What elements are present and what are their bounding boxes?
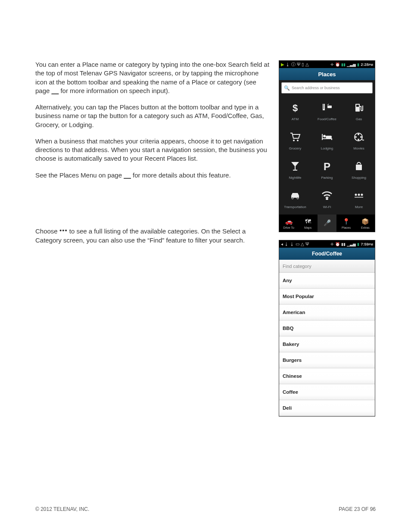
category-label: Food/Coffee [318, 117, 336, 121]
screen-title: Places [279, 68, 375, 80]
category-label: Wi-Fi [323, 205, 331, 209]
network-icon: ▮▮ [341, 62, 346, 67]
svg-point-23 [292, 197, 293, 199]
svg-rect-2 [324, 104, 325, 110]
search-input[interactable]: 🔍 Search address or business [281, 82, 373, 93]
svg-point-16 [358, 139, 359, 140]
svg-rect-1 [323, 104, 324, 110]
search-placeholder: Search address or business [292, 86, 340, 90]
nav-places[interactable]: 📍 Places [336, 215, 355, 232]
category-wifi[interactable]: Wi-Fi [311, 185, 343, 212]
status-icons-right: ✛ ⏰ ▮▮ ▁▃▅ ▮ 2:28PM [330, 62, 373, 67]
category-movies[interactable]: Movies [343, 127, 375, 153]
gas-icon [354, 101, 364, 115]
svg-point-26 [355, 193, 357, 196]
status-icons-left: ▶ ⭳ ⓘ Ψ ▯ △ [281, 62, 309, 67]
list-item[interactable]: Any [279, 273, 375, 289]
alarm-icon: ⏰ [335, 62, 340, 67]
category-lodging[interactable]: Lodging [311, 127, 343, 153]
category-gas[interactable]: Gas [343, 97, 375, 124]
paragraph-4: See the Places Menu on page __ for more … [35, 171, 271, 180]
svg-text:P: P [324, 161, 330, 172]
search-icon: 🔍 [284, 85, 290, 91]
category-more[interactable]: More [343, 185, 375, 212]
dollar-icon: $ [291, 101, 299, 115]
list-item[interactable]: Chinese [279, 368, 375, 384]
bottom-toolbar: 🚗 Drive To 🗺 Maps 🎤 📍 Places 📦 E [279, 215, 375, 232]
paragraph-choose: Choose ••• to see a full listing of the … [35, 227, 271, 245]
list-item[interactable]: Burgers [279, 352, 375, 368]
svg-point-7 [293, 140, 295, 141]
category-label: ATM [292, 117, 299, 121]
more-icon [354, 189, 364, 202]
parking-icon: P [323, 159, 331, 173]
signal-icon: ▁▃▅ [347, 62, 356, 67]
box-icon: 📦 [361, 218, 369, 225]
svg-text:$: $ [293, 103, 298, 113]
bag-icon [355, 159, 363, 173]
list-item[interactable]: Deli [279, 400, 375, 416]
bed-icon [321, 130, 333, 144]
svg-point-15 [358, 134, 359, 135]
category-transportation[interactable]: Transportation [279, 185, 311, 212]
car-icon [290, 189, 301, 202]
play-icon: ▶ [281, 62, 284, 67]
usb-icon: Ψ [297, 62, 300, 67]
footer-copyright: © 2012 TELENAV, INC. [35, 506, 89, 512]
category-food-coffee[interactable]: Food/Coffee [311, 97, 343, 124]
svg-rect-6 [356, 105, 359, 107]
svg-rect-20 [293, 170, 297, 171]
signal-icon: ▁▃▅ [347, 242, 356, 246]
find-input[interactable]: Find category [279, 260, 375, 273]
category-list: Any Most Popular American BBQ Bakery Bur… [279, 273, 375, 416]
nav-maps[interactable]: 🗺 Maps [298, 215, 317, 232]
download-icon: ⭳ [284, 242, 289, 246]
list-item[interactable]: Most Popular [279, 289, 375, 305]
nav-label: Drive To [283, 226, 294, 229]
category-atm[interactable]: $ ATM [279, 97, 311, 124]
category-shopping[interactable]: Shopping [343, 156, 375, 183]
list-item[interactable]: Bakery [279, 336, 375, 352]
gps-icon: ✛ [330, 62, 334, 67]
screenshot-places: ▶ ⭳ ⓘ Ψ ▯ △ ✛ ⏰ ▮▮ ▁▃▅ ▮ 2:28PM Places [279, 60, 375, 232]
map-icon: 🗺 [305, 218, 311, 225]
battery-icon: ▮ [357, 62, 359, 67]
category-grocery[interactable]: Grocery [279, 127, 311, 153]
svg-rect-4 [327, 106, 332, 108]
more-icon: ••• [59, 227, 68, 236]
svg-rect-3 [323, 109, 325, 110]
nav-drive-to[interactable]: 🚗 Drive To [279, 215, 298, 232]
category-nightlife[interactable]: Nightlife [279, 156, 311, 183]
svg-rect-22 [356, 165, 362, 170]
find-placeholder: Find category [283, 264, 311, 269]
wifi-icon [321, 189, 333, 202]
battery-icon: ▮ [357, 242, 359, 246]
nav-mic[interactable]: 🎤 [318, 215, 336, 232]
microphone-icon: 🎤 [324, 219, 331, 227]
list-item[interactable]: BBQ [279, 320, 375, 336]
paragraph-2: Alternatively, you can tap the Places bu… [35, 103, 271, 129]
nav-extras[interactable]: 📦 Extras [356, 215, 375, 232]
status-icons-right: ✛ ⏰ ▮▮ ▁▃▅ ▮ 7:59PM [330, 242, 373, 246]
download-icon: ⭳ [286, 62, 290, 67]
category-parking[interactable]: P Parking [311, 156, 343, 183]
page-blank: __ [52, 87, 59, 94]
list-item[interactable]: Coffee [279, 384, 375, 400]
status-time: 7:59PM [361, 242, 373, 246]
network-icon: ▮▮ [341, 242, 346, 246]
cocktail-icon [290, 159, 300, 173]
warning-icon: △ [305, 62, 309, 67]
svg-point-17 [355, 136, 357, 138]
category-label: More [355, 205, 363, 209]
sd-icon: ▯ [302, 62, 304, 67]
info-icon: ⓘ [291, 62, 296, 67]
nav-label: Extras [361, 226, 370, 229]
svg-point-8 [297, 140, 299, 141]
list-item[interactable]: American [279, 305, 375, 320]
text: See the Places Menu on page [35, 171, 124, 179]
svg-rect-19 [295, 166, 296, 170]
category-label: Grocery [289, 146, 301, 150]
download-icon: ⭳ [290, 242, 294, 246]
screenshot-food-coffee: ◂ ⭳ ⭳ ▭ △ Ψ ✛ ⏰ ▮▮ ▁▃▅ ▮ 7:59PM Food/Cof… [279, 240, 375, 417]
usb-icon: Ψ [305, 242, 309, 246]
